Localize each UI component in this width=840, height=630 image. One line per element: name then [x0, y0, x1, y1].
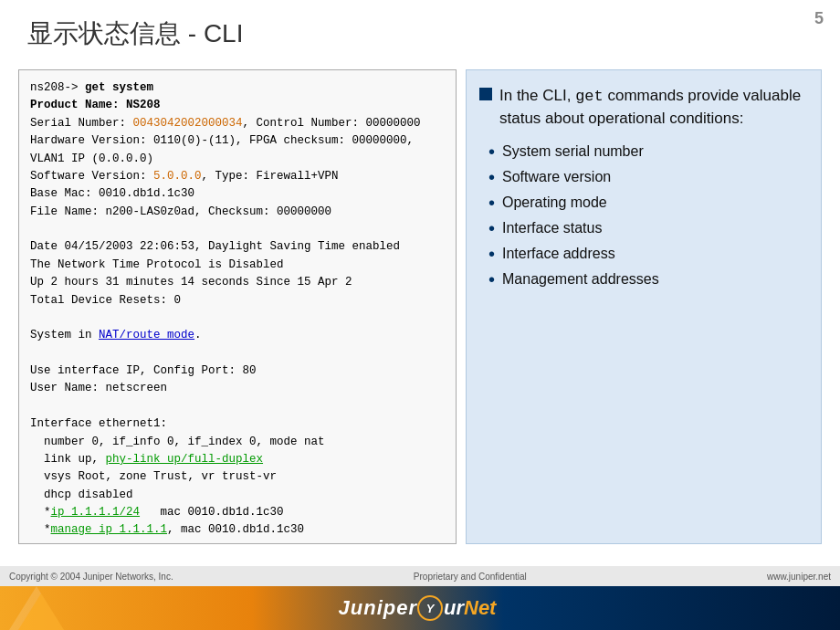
cli-line-10: The Network Time Protocol is Disabled	[30, 257, 445, 274]
list-item: Interface address	[488, 245, 804, 263]
svg-text:Y: Y	[426, 602, 436, 615]
footer-logo: Juniper Y ur Net	[64, 595, 771, 621]
cli-line-8: File Name: n200-LAS0z0ad, Checksum: 0000…	[30, 204, 445, 221]
footer-wave-icon	[9, 586, 64, 630]
cli-line-4: Hardware Version: 0110(0)-(11), FPGA che…	[30, 132, 445, 150]
confidential-text: Proprietary and Confidential	[414, 572, 527, 582]
cli-line-21: *ip 1.1.1.1/24 mac 0010.db1d.1c30	[30, 504, 445, 521]
slide-title: 显示状态信息 - CLI	[0, 0, 840, 60]
cli-line-20: dhcp disabled	[30, 487, 445, 504]
list-item: System serial number	[488, 142, 804, 161]
info-panel: In the CLI, get commands provide valuabl…	[466, 69, 822, 544]
cli-box: ns208-> get system Product Name: NS208 S…	[18, 69, 457, 544]
cli-line-18: link up, phy-link up/full-duplex	[30, 451, 445, 468]
cli-line-17: number 0, if_info 0, if_index 0, mode na…	[30, 434, 445, 451]
footer-logo-net-text: Net	[464, 596, 496, 620]
cli-line-14: Use interface IP, Config Port: 80	[30, 362, 445, 380]
cli-line-6: Software Version: 5.0.0.0, Type: Firewal…	[30, 168, 445, 185]
cli-line-13: System in NAT/route mode.	[30, 327, 445, 344]
footer-logo-circle-icon: Y	[417, 595, 443, 621]
cli-line-blank1	[30, 221, 445, 238]
info-panel-title: In the CLI, get commands provide valuabl…	[499, 85, 804, 130]
cli-line-22: *manage ip 1.1.1.1, mac 0010.db1d.1c30	[30, 521, 445, 539]
slide-number: 5	[814, 9, 824, 28]
list-item: Operating mode	[488, 194, 804, 212]
bullet-list: System serial number Software version Op…	[479, 142, 804, 289]
footer-logo-ur-text: ur	[444, 596, 464, 620]
cli-line-12: Total Device Resets: 0	[30, 292, 445, 310]
cli-line-16: Interface ethernet1:	[30, 415, 445, 433]
cli-line-blank4	[30, 398, 445, 415]
footer: Juniper Y ur Net	[0, 586, 840, 630]
cli-line-1: ns208-> get system	[30, 79, 445, 97]
cli-line-23: --- more ---	[30, 540, 445, 544]
cli-line-9: Date 04/15/2003 22:06:53, Daylight Savin…	[30, 238, 445, 256]
copyright-bar: Copyright © 2004 Juniper Networks, Inc. …	[0, 566, 840, 586]
footer-logo-text: Juniper	[339, 596, 417, 620]
info-panel-header: In the CLI, get commands provide valuabl…	[479, 85, 804, 130]
footer-logo-stylized: Y ur	[417, 595, 464, 621]
copyright-text: Copyright © 2004 Juniper Networks, Inc.	[9, 572, 173, 582]
website-text: www.juniper.net	[767, 572, 831, 582]
cli-line-11: Up 2 hours 31 minutes 14 seconds Since 1…	[30, 274, 445, 291]
cli-line-blank2	[30, 310, 445, 327]
bullet-square-icon	[479, 88, 492, 100]
cli-line-19: vsys Root, zone Trust, vr trust-vr	[30, 468, 445, 486]
list-item: Interface status	[488, 219, 804, 237]
cli-line-blank3	[30, 345, 445, 362]
cli-line-3: Serial Number: 0043042002000034, Control…	[30, 115, 445, 132]
list-item: Management addresses	[488, 270, 804, 289]
cli-line-15: User Name: netscreen	[30, 380, 445, 397]
list-item: Software version	[488, 168, 804, 186]
cli-line-2: Product Name: NS208	[30, 97, 445, 114]
main-content: ns208-> get system Product Name: NS208 S…	[0, 60, 840, 553]
cli-line-7: Base Mac: 0010.db1d.1c30	[30, 185, 445, 203]
cli-line-5: VLAN1 IP (0.0.0.0)	[30, 151, 445, 168]
